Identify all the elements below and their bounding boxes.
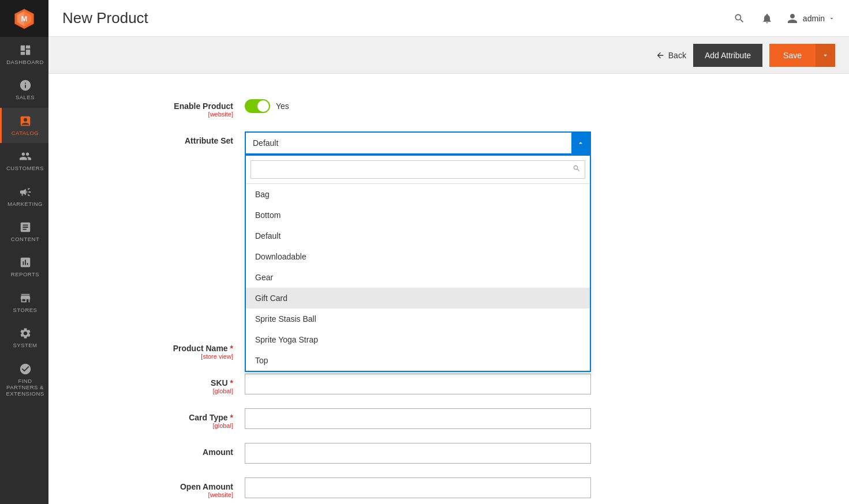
sidebar-item-reports-label: REPORTS xyxy=(11,271,39,277)
sidebar-item-dashboard-label: DASHBOARD xyxy=(6,59,44,65)
toggle-state-label: Yes xyxy=(276,101,289,111)
enable-product-label: Enable Product [website] xyxy=(152,97,245,118)
sku-field xyxy=(245,374,591,394)
open-amount-field xyxy=(245,477,591,498)
save-dropdown-button[interactable] xyxy=(816,44,835,67)
magento-logo-icon: M xyxy=(14,8,35,29)
search-button[interactable] xyxy=(730,9,749,28)
sidebar-item-partners[interactable]: FIND PARTNERS & EXTENSIONS xyxy=(0,356,48,404)
sidebar-item-catalog[interactable]: CATALOG xyxy=(0,108,48,143)
attribute-set-select[interactable]: Default xyxy=(245,131,591,155)
sidebar-item-customers[interactable]: CUSTOMERS xyxy=(0,143,48,178)
back-button-label: Back xyxy=(668,51,686,60)
dropdown-search-input[interactable] xyxy=(250,160,585,179)
bell-icon xyxy=(761,13,773,24)
sidebar-item-customers-label: CUSTOMERS xyxy=(6,165,44,171)
sidebar: M DASHBOARD SALES CATALOG CUSTOMERS MARK… xyxy=(0,0,48,504)
card-type-row: Card Type * [global] xyxy=(152,408,554,429)
sidebar-item-stores-label: STORES xyxy=(13,307,38,313)
content-area: Enable Product [website] Yes Attribute S… xyxy=(48,74,849,504)
back-button[interactable]: Back xyxy=(656,51,686,60)
sidebar-item-catalog-label: CATALOG xyxy=(12,130,39,136)
sidebar-item-dashboard[interactable]: DASHBOARD xyxy=(0,37,48,72)
sidebar-item-partners-label: FIND PARTNERS & EXTENSIONS xyxy=(5,378,45,397)
chevron-down-icon xyxy=(828,15,835,22)
notifications-button[interactable] xyxy=(758,9,776,28)
sku-label: SKU * [global] xyxy=(152,374,245,394)
attribute-set-option[interactable]: Bottom xyxy=(246,205,590,225)
search-icon xyxy=(734,13,745,24)
page-toolbar: Back Add Attribute Save xyxy=(48,37,849,74)
open-amount-row: Open Amount [website] xyxy=(152,477,554,498)
card-type-label: Card Type * [global] xyxy=(152,408,245,429)
page-header: New Product admin xyxy=(48,0,849,37)
save-chevron-icon xyxy=(821,51,829,59)
sidebar-item-sales-label: SALES xyxy=(16,94,35,100)
sidebar-item-system[interactable]: SYSTEM xyxy=(0,320,48,355)
attribute-set-option[interactable]: Gear xyxy=(246,267,590,288)
add-attribute-button[interactable]: Add Attribute xyxy=(693,44,762,67)
sidebar-logo: M xyxy=(0,0,48,37)
toggle-wrap: Yes xyxy=(245,97,554,113)
amount-input[interactable] xyxy=(245,443,591,464)
attribute-set-option[interactable]: Default xyxy=(246,225,590,246)
dropdown-search-icon xyxy=(573,164,581,175)
amount-field xyxy=(245,443,591,464)
admin-name: admin xyxy=(803,14,825,23)
open-amount-label: Open Amount [website] xyxy=(152,477,245,498)
attribute-set-option[interactable]: Sprite Stasis Ball xyxy=(246,309,590,329)
back-arrow-icon xyxy=(656,51,665,60)
attribute-set-selected: Default xyxy=(253,138,278,148)
card-type-field xyxy=(245,408,591,429)
sidebar-item-marketing[interactable]: MARKETING xyxy=(0,179,48,214)
attribute-set-label: Attribute Set xyxy=(152,131,245,145)
attribute-set-options: BagBottomDefaultDownloadableGearGift Car… xyxy=(246,184,590,371)
sidebar-item-stores[interactable]: STORES xyxy=(0,285,48,320)
sidebar-item-content[interactable]: CONTENT xyxy=(0,214,48,249)
sidebar-item-sales[interactable]: SALES xyxy=(0,72,48,107)
save-button-group: Save xyxy=(769,44,835,67)
sidebar-item-reports[interactable]: REPORTS xyxy=(0,249,48,284)
open-amount-input[interactable] xyxy=(245,477,591,498)
sku-input[interactable] xyxy=(245,374,591,394)
main-area: New Product admin Back Add Attribute xyxy=(48,0,849,504)
amount-row: Amount xyxy=(152,443,554,464)
attribute-set-option[interactable]: Sprite Yoga Strap xyxy=(246,329,590,350)
header-actions: admin xyxy=(730,9,835,28)
attribute-set-option[interactable]: Top xyxy=(246,350,590,371)
save-label: Save xyxy=(783,51,802,60)
attribute-set-field: Default xyxy=(245,131,591,155)
product-form: Enable Product [website] Yes Attribute S… xyxy=(48,97,568,504)
enable-product-toggle[interactable] xyxy=(245,99,270,113)
card-type-input[interactable] xyxy=(245,408,591,429)
svg-text:M: M xyxy=(21,14,28,23)
sidebar-item-marketing-label: MARKETING xyxy=(8,201,43,207)
dropdown-search-wrap xyxy=(246,156,590,184)
attribute-set-dropdown: BagBottomDefaultDownloadableGearGift Car… xyxy=(245,155,591,372)
admin-menu[interactable]: admin xyxy=(786,12,835,25)
sidebar-item-system-label: SYSTEM xyxy=(13,342,37,348)
enable-product-field: Yes xyxy=(245,97,554,113)
enable-product-row: Enable Product [website] Yes xyxy=(152,97,554,118)
sidebar-item-content-label: CONTENT xyxy=(11,236,39,242)
user-icon xyxy=(786,12,799,25)
sku-row: SKU * [global] xyxy=(152,374,554,394)
chevron-up-icon xyxy=(577,139,585,147)
attribute-set-option[interactable]: Gift Card xyxy=(246,288,590,309)
attribute-set-option[interactable]: Bag xyxy=(246,184,590,205)
product-name-label: Product Name * [store view] xyxy=(152,339,245,360)
page-title: New Product xyxy=(62,9,730,27)
amount-label: Amount xyxy=(152,443,245,457)
save-button[interactable]: Save xyxy=(769,44,816,67)
select-arrow xyxy=(571,133,590,153)
attribute-set-option[interactable]: Downloadable xyxy=(246,246,590,267)
add-attribute-label: Add Attribute xyxy=(705,51,751,60)
attribute-set-row: Attribute Set Default xyxy=(152,131,554,155)
